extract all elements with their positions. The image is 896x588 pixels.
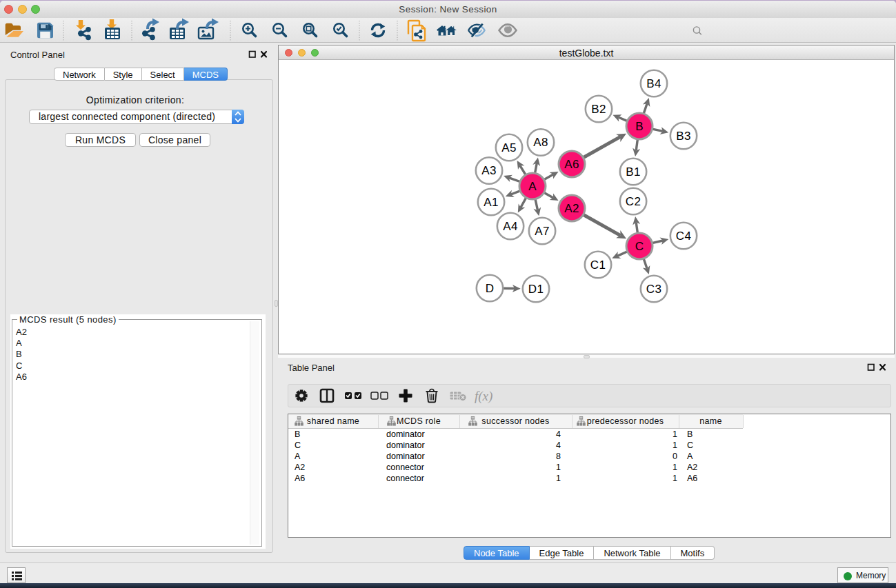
svg-text:B: B bbox=[635, 120, 644, 133]
svg-text:D: D bbox=[486, 282, 495, 295]
svg-text:A4: A4 bbox=[503, 220, 517, 233]
svg-text:B1: B1 bbox=[626, 165, 640, 179]
svg-text:C4: C4 bbox=[676, 230, 691, 243]
svg-text:A3: A3 bbox=[481, 164, 496, 177]
svg-text:f(x): f(x) bbox=[475, 389, 492, 404]
svg-text:C3: C3 bbox=[646, 283, 661, 296]
svg-text:C: C bbox=[635, 240, 644, 253]
svg-text:C2: C2 bbox=[626, 195, 641, 208]
svg-text:A7: A7 bbox=[535, 225, 549, 238]
svg-text:A2: A2 bbox=[564, 202, 579, 215]
svg-text:A: A bbox=[528, 180, 537, 193]
svg-text:A5: A5 bbox=[501, 141, 516, 154]
svg-text:B3: B3 bbox=[676, 130, 690, 143]
svg-text:A1: A1 bbox=[484, 196, 498, 209]
svg-text:B4: B4 bbox=[646, 77, 661, 90]
svg-text:B2: B2 bbox=[591, 103, 606, 116]
svg-text:A6: A6 bbox=[564, 158, 579, 171]
svg-text:D1: D1 bbox=[528, 283, 544, 296]
svg-text:A8: A8 bbox=[533, 136, 548, 149]
svg-text:C1: C1 bbox=[590, 258, 606, 272]
